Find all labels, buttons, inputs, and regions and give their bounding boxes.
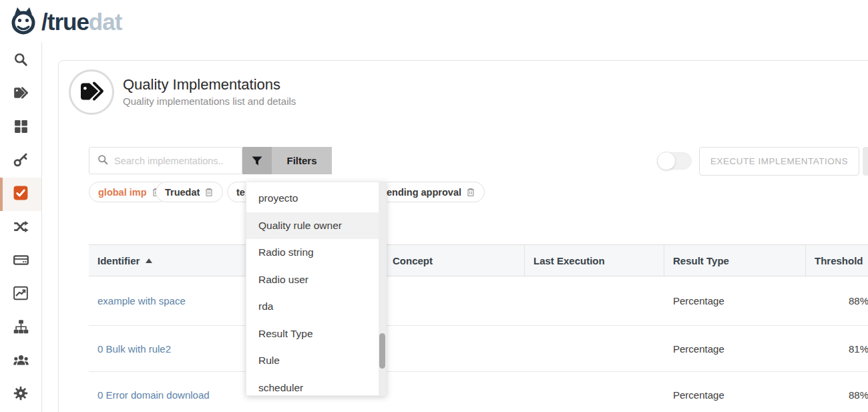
sidebar-item-settings[interactable] — [0, 378, 41, 411]
chip-label: te — [236, 187, 245, 198]
key-icon — [13, 152, 28, 170]
concept-cell — [384, 326, 525, 371]
tag-icon — [79, 80, 104, 105]
threshold-cell: 88% — [806, 276, 868, 325]
topbar: /truedat — [0, 0, 868, 42]
dropdown-scrollbar[interactable] — [379, 182, 386, 395]
filters-button[interactable]: Filters — [242, 147, 332, 174]
last-execution-cell — [525, 326, 664, 371]
search-icon — [97, 154, 108, 168]
filter-funnel-icon — [242, 147, 272, 174]
chip-label: global imp — [98, 187, 147, 198]
sidebar-item-quality[interactable] — [0, 178, 41, 211]
sidebar-item-lineage[interactable] — [0, 211, 41, 244]
last-execution-cell — [525, 372, 664, 412]
table-header-row: Identifier Concept Last Execution Result… — [89, 244, 868, 276]
dropdown-item[interactable]: Radio user — [246, 266, 386, 294]
dropdown-item[interactable]: scheduler — [246, 375, 386, 402]
execute-toggle[interactable] — [657, 152, 692, 170]
sidebar-item-tags[interactable] — [0, 77, 41, 111]
implementation-link[interactable]: 0 Error domain download — [97, 389, 210, 401]
check-square-icon — [13, 186, 28, 203]
grid-icon — [14, 120, 28, 136]
page-icon-circle — [69, 69, 114, 115]
chip-label: ending approval — [387, 187, 461, 198]
drive-icon — [13, 252, 29, 270]
threshold-cell: 88% — [806, 372, 868, 412]
page-subtitle: Quality implementations list and details — [123, 95, 296, 107]
sidebar-item-search[interactable] — [0, 44, 41, 77]
toggle-knob — [657, 152, 676, 170]
result-type-cell: Percentage — [664, 372, 806, 412]
shuffle-icon — [13, 219, 29, 237]
table-row: 0 Bulk with rule2 Percentage 81% — [89, 326, 868, 372]
sidebar-item-users[interactable] — [0, 345, 41, 378]
column-header-threshold[interactable]: Threshold — [806, 245, 868, 276]
sidebar-item-insights[interactable] — [0, 278, 41, 311]
users-icon — [13, 353, 29, 371]
chip-label: Truedat — [165, 187, 200, 198]
filters-button-label: Filters — [272, 147, 332, 174]
concept-cell — [384, 276, 525, 325]
table-row: 0 Error domain download Percentage 88% — [89, 372, 868, 412]
column-header-last-execution[interactable]: Last Execution — [525, 245, 664, 276]
dropdown-item[interactable]: Rule — [246, 347, 386, 375]
implementation-link[interactable]: 0 Bulk with rule2 — [97, 343, 171, 355]
dropdown-item-highlighted[interactable]: Quality rule owner — [246, 212, 386, 240]
search-icon — [13, 52, 28, 69]
last-execution-cell — [525, 276, 664, 325]
dropdown-item[interactable]: rda — [246, 293, 386, 321]
sidebar-item-dashboard[interactable] — [0, 111, 41, 144]
sort-asc-icon — [146, 258, 152, 263]
search-box — [89, 147, 242, 174]
sidebar-item-permissions[interactable] — [0, 144, 41, 178]
result-type-cell: Percentage — [664, 326, 806, 371]
sidebar-item-taxonomy[interactable] — [0, 311, 41, 345]
dropdown-item[interactable]: proyecto — [246, 185, 386, 212]
dropdown-item[interactable]: Result Type — [246, 321, 386, 348]
chart-line-icon — [13, 286, 28, 303]
search-input[interactable] — [114, 156, 234, 166]
sitemap-icon — [13, 319, 29, 337]
column-header-concept[interactable]: Concept — [384, 245, 525, 276]
trash-icon[interactable] — [466, 187, 475, 197]
truedat-logo[interactable]: /truedat — [8, 6, 122, 38]
page-title: Quality Implementations — [123, 76, 280, 93]
concept-cell — [384, 372, 525, 412]
app-window: /truedat — [0, 0, 868, 412]
filter-dropdown: proyecto Quality rule owner Radio string… — [246, 182, 387, 396]
implementations-table: Identifier Concept Last Execution Result… — [89, 244, 868, 412]
owl-icon — [8, 6, 39, 38]
dropdown-item[interactable]: Radio string — [246, 239, 386, 266]
threshold-cell: 81% — [806, 326, 868, 371]
scrollbar-thumb[interactable] — [379, 333, 385, 369]
filter-chip: ending approval — [377, 182, 485, 202]
table-row: example with space Percentage 88% — [89, 276, 868, 326]
column-header-result-type[interactable]: Result Type — [664, 245, 806, 276]
gear-icon — [13, 386, 28, 403]
execute-implementations-button[interactable]: EXECUTE IMPLEMENTATIONS — [699, 147, 859, 176]
result-type-cell: Percentage — [664, 276, 806, 325]
filter-chip: Truedat — [156, 182, 223, 202]
implementation-link[interactable]: example with space — [97, 295, 186, 306]
brand-text: /truedat — [41, 9, 122, 35]
edge-partial-button[interactable] — [863, 147, 868, 176]
sidebar-item-data-sources[interactable] — [0, 244, 41, 278]
tags-icon — [13, 85, 28, 103]
trash-icon[interactable] — [204, 187, 214, 197]
sidebar — [0, 42, 42, 412]
